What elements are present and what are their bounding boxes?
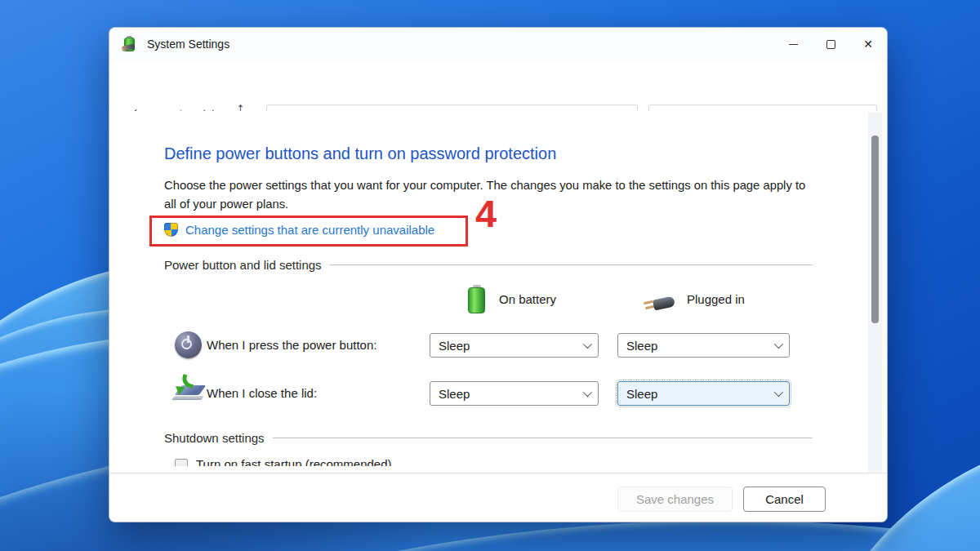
scrollbar-thumb[interactable] [871,136,879,323]
section-divider [330,264,813,265]
settings-page-content: Define power buttons and turn on passwor… [109,111,888,473]
close-button[interactable]: ✕ [849,28,887,60]
power-lid-section-header: Power button and lid settings [164,258,813,272]
close-lid-row-label: When I close the lid: [207,386,317,400]
fast-startup-row: Turn on fast startup (recommended) [175,457,583,466]
fast-startup-checkbox[interactable] [175,459,188,466]
maximize-button[interactable] [812,28,849,60]
section-title: Power button and lid settings [164,258,322,272]
maximize-icon [826,40,835,49]
battery-icon [467,285,487,314]
close-lid-on-battery-select[interactable]: Sleep [430,381,599,406]
chevron-down-icon [774,388,783,397]
navigation-bar: ← → ↑ « Power Optio... › System Settings… [109,60,887,111]
chevron-down-icon [583,388,592,397]
power-button-row-label: When I press the power button: [207,338,376,352]
window-title: System Settings [147,38,229,51]
chevron-down-icon [583,340,592,349]
chevron-down-icon [774,340,783,349]
cancel-button[interactable]: Cancel [743,487,826,512]
fast-startup-label: Turn on fast startup (recommended) [196,457,392,466]
shutdown-section-header: Shutdown settings [164,431,813,445]
power-options-app-icon[interactable] [121,35,139,53]
window-controls: ✕ [774,28,887,60]
change-unavailable-settings-link[interactable]: Change settings that are currently unava… [164,223,434,237]
system-settings-window: System Settings ✕ ← → ↑ « Power Optio...… [109,27,888,522]
minimize-button[interactable] [774,28,812,60]
admin-link-label: Change settings that are currently unava… [185,223,434,237]
close-icon: ✕ [863,38,873,51]
vertical-scrollbar[interactable] [868,113,882,473]
power-button-on-battery-select[interactable]: Sleep [430,333,599,358]
dialog-footer: Save changes Cancel [109,473,888,522]
annotation-step-number: 4 [475,191,497,236]
save-changes-button[interactable]: Save changes [617,487,733,512]
on-battery-column-header: On battery [499,292,556,306]
title-bar: System Settings ✕ [109,28,887,60]
laptop-lid-icon [173,379,206,403]
close-lid-plugged-in-select[interactable]: Sleep [617,381,790,406]
section-title: Shutdown settings [164,431,265,445]
plugged-in-column-header: Plugged in [687,292,745,306]
power-button-plugged-in-select[interactable]: Sleep [617,333,790,358]
uac-shield-icon [164,223,178,237]
plug-icon [640,295,678,313]
minimize-icon [789,44,798,45]
page-title: Define power buttons and turn on passwor… [164,144,556,163]
power-button-icon [175,331,202,358]
section-divider [273,438,813,438]
